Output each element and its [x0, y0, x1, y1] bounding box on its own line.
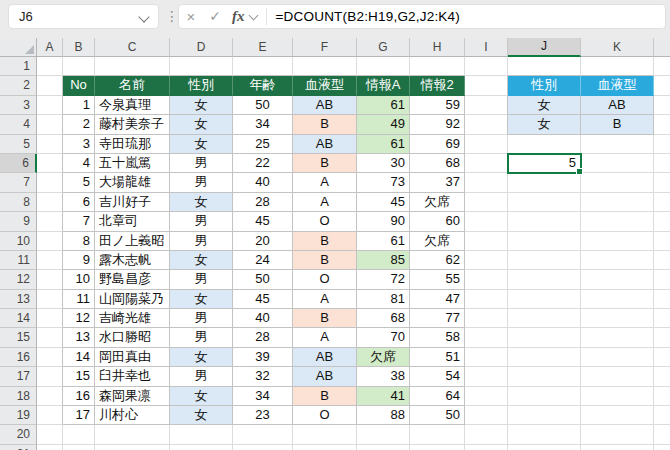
cell-I12[interactable] — [465, 270, 508, 289]
cell-K10[interactable] — [581, 232, 654, 251]
cell-H14[interactable]: 77 — [410, 309, 465, 328]
cell-D11[interactable]: 女 — [170, 251, 233, 270]
cell-B12[interactable]: 10 — [63, 270, 95, 289]
cell-I5[interactable] — [465, 135, 508, 154]
cell-B16[interactable]: 14 — [63, 348, 95, 367]
cell-E5[interactable]: 25 — [233, 135, 293, 154]
cell-E12[interactable]: 50 — [233, 270, 293, 289]
column-header-E[interactable]: E — [233, 38, 293, 57]
cell-D1[interactable] — [170, 57, 233, 76]
cell-C20[interactable] — [95, 425, 170, 444]
cell-D17[interactable]: 男 — [170, 367, 233, 386]
cell-E10[interactable]: 20 — [233, 232, 293, 251]
cell-I21[interactable] — [465, 445, 508, 450]
cell-B1[interactable] — [63, 57, 95, 76]
cell-J8[interactable] — [508, 193, 581, 212]
cell-J6[interactable]: 5 — [508, 154, 581, 173]
cell-A15[interactable] — [37, 328, 63, 347]
cell-A4[interactable] — [37, 115, 63, 134]
cell-F8[interactable]: A — [293, 193, 357, 212]
cell-D9[interactable]: 男 — [170, 212, 233, 231]
cell-partial-2[interactable] — [654, 76, 670, 95]
cell-D21[interactable] — [170, 445, 233, 450]
row-header-17[interactable]: 17 — [0, 367, 37, 386]
cell-C3[interactable]: 今泉真理 — [95, 96, 170, 115]
cell-F6[interactable]: B — [293, 154, 357, 173]
row-header-11[interactable]: 11 — [0, 251, 37, 270]
cell-C2[interactable]: 名前 — [95, 76, 170, 95]
cell-B21[interactable] — [63, 445, 95, 450]
cell-I10[interactable] — [465, 232, 508, 251]
cell-J21[interactable] — [508, 445, 581, 450]
cell-I2[interactable] — [465, 76, 508, 95]
chevron-down-icon[interactable] — [138, 11, 149, 22]
cell-I1[interactable] — [465, 57, 508, 76]
column-header-K[interactable]: K — [581, 38, 654, 57]
cell-H10[interactable]: 欠席 — [410, 232, 465, 251]
cell-G14[interactable]: 68 — [357, 309, 410, 328]
cell-H13[interactable]: 47 — [410, 290, 465, 309]
row-header-2[interactable]: 2 — [0, 76, 37, 95]
cell-C10[interactable]: 田ノ上義昭 — [95, 232, 170, 251]
cell-A7[interactable] — [37, 173, 63, 192]
cell-D8[interactable]: 女 — [170, 193, 233, 212]
cell-B2[interactable]: No — [63, 76, 95, 95]
cell-E13[interactable]: 45 — [233, 290, 293, 309]
cell-E6[interactable]: 22 — [233, 154, 293, 173]
cell-A13[interactable] — [37, 290, 63, 309]
cell-J13[interactable] — [508, 290, 581, 309]
cell-B10[interactable]: 8 — [63, 232, 95, 251]
cell-E3[interactable]: 50 — [233, 96, 293, 115]
row-header-12[interactable]: 12 — [0, 270, 37, 289]
cell-G6[interactable]: 30 — [357, 154, 410, 173]
cell-I7[interactable] — [465, 173, 508, 192]
cell-D18[interactable]: 女 — [170, 387, 233, 406]
cell-A10[interactable] — [37, 232, 63, 251]
cell-B4[interactable]: 2 — [63, 115, 95, 134]
cell-I8[interactable] — [465, 193, 508, 212]
cell-H6[interactable]: 68 — [410, 154, 465, 173]
chevron-down-icon[interactable] — [248, 11, 258, 21]
cell-partial-8[interactable] — [654, 193, 670, 212]
cell-H7[interactable]: 37 — [410, 173, 465, 192]
cell-G17[interactable]: 38 — [357, 367, 410, 386]
cell-D3[interactable]: 女 — [170, 96, 233, 115]
cell-D5[interactable]: 女 — [170, 135, 233, 154]
cell-partial-7[interactable] — [654, 173, 670, 192]
row-header-9[interactable]: 9 — [0, 212, 37, 231]
cell-B11[interactable]: 9 — [63, 251, 95, 270]
cell-K2[interactable]: 血液型 — [581, 76, 654, 95]
cell-F19[interactable]: O — [293, 406, 357, 425]
cell-B19[interactable]: 17 — [63, 406, 95, 425]
cell-I9[interactable] — [465, 212, 508, 231]
cell-I13[interactable] — [465, 290, 508, 309]
cell-I20[interactable] — [465, 425, 508, 444]
cell-H1[interactable] — [410, 57, 465, 76]
row-header-1[interactable]: 1 — [0, 57, 37, 76]
cell-A3[interactable] — [37, 96, 63, 115]
row-header-8[interactable]: 8 — [0, 193, 37, 212]
cell-partial-17[interactable] — [654, 367, 670, 386]
cell-J14[interactable] — [508, 309, 581, 328]
cell-H17[interactable]: 54 — [410, 367, 465, 386]
column-header-H[interactable]: H — [410, 38, 465, 57]
select-all-corner[interactable] — [0, 38, 37, 57]
cell-B15[interactable]: 13 — [63, 328, 95, 347]
cell-K13[interactable] — [581, 290, 654, 309]
cell-E11[interactable]: 24 — [233, 251, 293, 270]
cell-partial-11[interactable] — [654, 251, 670, 270]
row-header-21[interactable]: 21 — [0, 445, 37, 450]
cell-partial-15[interactable] — [654, 328, 670, 347]
cell-A11[interactable] — [37, 251, 63, 270]
cell-H19[interactable]: 50 — [410, 406, 465, 425]
cell-K3[interactable]: AB — [581, 96, 654, 115]
cell-D14[interactable]: 男 — [170, 309, 233, 328]
row-header-15[interactable]: 15 — [0, 328, 37, 347]
cell-A16[interactable] — [37, 348, 63, 367]
cell-H18[interactable]: 64 — [410, 387, 465, 406]
cell-H12[interactable]: 55 — [410, 270, 465, 289]
column-header-D[interactable]: D — [170, 38, 233, 57]
cell-K12[interactable] — [581, 270, 654, 289]
cell-J11[interactable] — [508, 251, 581, 270]
row-header-6[interactable]: 6 — [0, 154, 37, 173]
